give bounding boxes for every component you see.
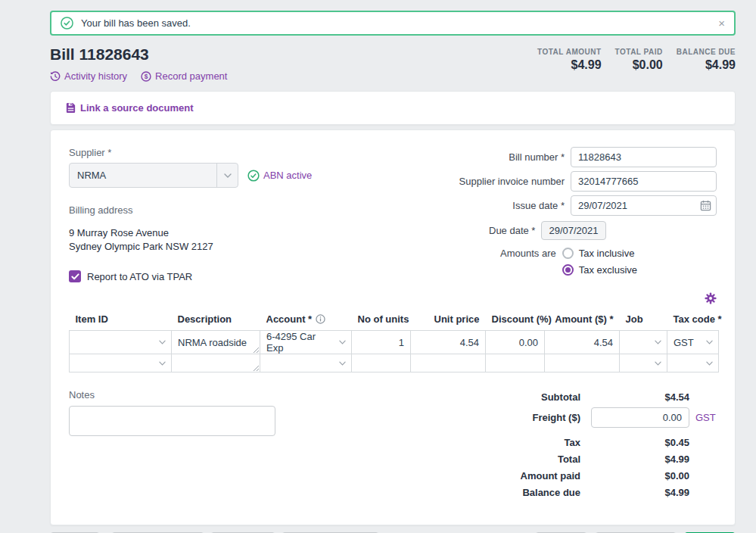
col-item-id: Item ID (70, 310, 172, 331)
no-of-units-cell[interactable] (352, 354, 411, 372)
close-icon[interactable]: × (718, 17, 725, 29)
amount-paid-label: Amount paid (521, 470, 580, 482)
checkbox-checked-icon (69, 270, 81, 282)
description-cell[interactable]: NRMA roadside (172, 331, 260, 354)
col-amount: Amount ($) * (545, 310, 620, 331)
billing-address: 9 Murray Rose Avenue Sydney Olympic Park… (69, 226, 312, 254)
col-tax-code: Tax code * (667, 310, 719, 331)
resize-handle[interactable] (252, 364, 259, 371)
notes-textarea[interactable] (69, 406, 275, 436)
chevron-down-icon (216, 164, 238, 187)
bill-details-section: Bill number * Supplier invoice number Is… (437, 147, 717, 285)
history-icon (50, 71, 61, 82)
tax-code-cell[interactable] (667, 354, 719, 372)
abn-status[interactable]: ABN active (247, 170, 312, 182)
activity-history-link[interactable]: Activity history (50, 70, 127, 82)
tpar-checkbox[interactable]: Report to ATO via TPAR (69, 270, 312, 282)
job-cell[interactable] (620, 331, 667, 354)
totals-section: Subtotal $4.54 Freight ($) GST Tax $0.45… (467, 389, 717, 503)
col-job: Job (620, 310, 667, 331)
link-source-document-link[interactable]: Link a source document (65, 102, 720, 114)
due-date-label: Due date * (489, 225, 535, 236)
notes-section: Notes (69, 389, 275, 503)
issue-date-input[interactable] (571, 195, 717, 216)
col-description: Description (172, 310, 260, 331)
radio-selected-icon (562, 264, 574, 276)
balance-due-label: BALANCE DUE (677, 48, 736, 56)
tpar-checkbox-label: Report to ATO via TPAR (87, 271, 192, 282)
tax-label: Tax (565, 437, 580, 448)
supplier-value: NRMA (70, 170, 216, 181)
abn-check-icon (247, 170, 260, 182)
table-row (70, 354, 719, 372)
supplier-invoice-number-input[interactable] (571, 171, 717, 192)
subtotal-label: Subtotal (541, 391, 580, 403)
record-payment-link[interactable]: $ Record payment (141, 70, 227, 82)
bill-number-label: Bill number * (509, 151, 565, 163)
radio-icon (562, 248, 574, 259)
amount-cell[interactable]: 4.54 (545, 331, 620, 354)
supplier-label: Supplier * (69, 147, 312, 158)
unit-price-cell[interactable] (411, 354, 486, 372)
due-date-button[interactable]: 29/07/2021 (541, 221, 606, 240)
bill-page: Your bill has been saved. × Bill 1182864… (50, 0, 736, 533)
gear-icon[interactable] (705, 292, 717, 304)
col-unit-price: Unit price (411, 310, 486, 331)
issue-date-label: Issue date * (512, 200, 565, 211)
freight-input[interactable] (591, 407, 689, 428)
amount-paid-value: $0.00 (591, 470, 689, 482)
tax-value: $0.45 (591, 437, 689, 448)
resize-handle[interactable] (252, 346, 259, 353)
balance-due-value: $4.99 (677, 58, 736, 72)
radio-tax-inclusive[interactable]: Tax inclusive (562, 248, 708, 259)
page-title: Bill 11828643 (50, 45, 227, 64)
supplier-section: Supplier * NRMA ABN active (69, 147, 312, 285)
radio-tax-exclusive[interactable]: Tax exclusive (562, 264, 708, 276)
balance-due-value: $4.99 (591, 487, 689, 498)
item-id-cell[interactable] (70, 354, 172, 372)
freight-tax-code-link[interactable]: GST (689, 412, 717, 423)
total-paid-label: TOTAL PAID (615, 48, 663, 56)
freight-label: Freight ($) (532, 412, 580, 423)
total-value: $4.99 (591, 454, 689, 465)
description-cell[interactable] (172, 354, 260, 372)
supplier-invoice-number-label: Supplier invoice number (459, 176, 565, 187)
discount-cell[interactable] (486, 354, 545, 372)
col-account: Account * (260, 310, 352, 331)
discount-cell[interactable]: 0.00 (486, 331, 545, 354)
total-label: Total (558, 454, 580, 465)
unit-price-cell[interactable]: 4.54 (411, 331, 486, 354)
amounts-are-label: Amounts are (500, 248, 556, 259)
balance-due-label: Balance due (522, 487, 580, 498)
banner-message: Your bill has been saved. (81, 17, 718, 29)
total-amount-label: TOTAL AMOUNT (537, 48, 602, 56)
notes-label: Notes (69, 389, 275, 401)
info-icon[interactable] (316, 314, 325, 324)
account-cell[interactable]: 6-4295 Car Exp (260, 331, 352, 354)
supplier-combobox[interactable]: NRMA (69, 163, 238, 188)
table-row: NRMA roadside 6-4295 Car Exp 1 4.54 0.00… (70, 331, 719, 354)
bill-number-input[interactable] (571, 147, 717, 167)
document-icon (65, 102, 76, 114)
svg-text:$: $ (145, 72, 148, 79)
line-items-table: Item ID Description Account * No of unit… (69, 310, 719, 372)
success-banner: Your bill has been saved. × (50, 11, 736, 36)
col-discount: Discount (%) (486, 310, 545, 331)
total-amount-value: $4.99 (537, 58, 602, 72)
col-no-of-units: No of units (352, 310, 411, 331)
calendar-icon[interactable] (700, 200, 711, 211)
dollar-circle-icon: $ (141, 71, 151, 82)
amount-summary: TOTAL AMOUNT $4.99 TOTAL PAID $0.00 BALA… (537, 48, 736, 72)
billing-address-label: Billing address (69, 204, 312, 216)
total-paid-value: $0.00 (615, 58, 663, 72)
no-of-units-cell[interactable]: 1 (352, 331, 411, 354)
tax-code-cell[interactable]: GST (667, 331, 719, 354)
item-id-cell[interactable] (70, 331, 172, 354)
subtotal-value: $4.54 (591, 391, 689, 403)
job-cell[interactable] (620, 354, 667, 372)
check-circle-icon (61, 17, 73, 30)
amount-cell[interactable] (545, 354, 620, 372)
account-cell[interactable] (260, 354, 352, 372)
